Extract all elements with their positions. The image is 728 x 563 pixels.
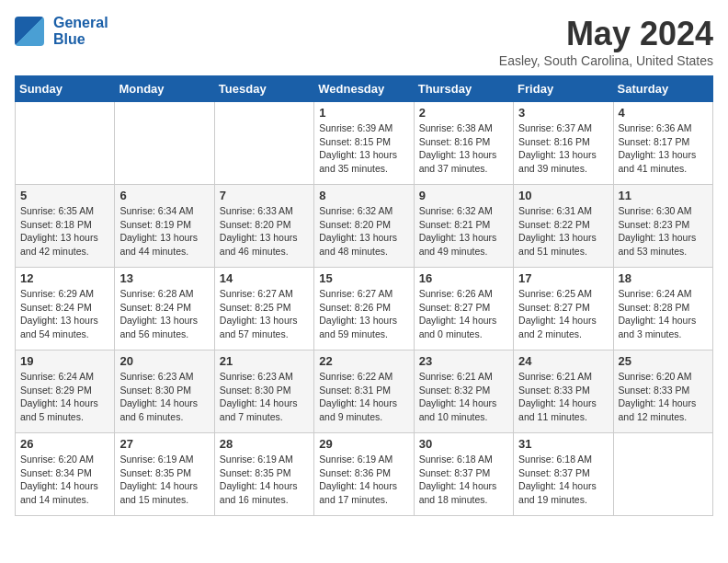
calendar-cell: 11Sunrise: 6:30 AMSunset: 8:23 PMDayligh… bbox=[613, 185, 712, 268]
page-header: G General Blue May 2024 Easley, South Ca… bbox=[15, 15, 713, 68]
calendar-cell: 30Sunrise: 6:18 AMSunset: 8:37 PMDayligh… bbox=[414, 433, 513, 516]
calendar-week-0: 1Sunrise: 6:39 AMSunset: 8:15 PMDaylight… bbox=[16, 102, 713, 185]
cell-content: Sunrise: 6:21 AMSunset: 8:32 PMDaylight:… bbox=[419, 370, 508, 424]
cell-content: Sunrise: 6:22 AMSunset: 8:31 PMDaylight:… bbox=[319, 370, 408, 424]
calendar-header: SundayMondayTuesdayWednesdayThursdayFrid… bbox=[16, 76, 713, 102]
calendar-cell: 27Sunrise: 6:19 AMSunset: 8:35 PMDayligh… bbox=[115, 433, 214, 516]
day-number: 28 bbox=[220, 437, 309, 451]
day-number: 8 bbox=[319, 189, 408, 202]
header-day-sunday: Sunday bbox=[16, 76, 115, 102]
calendar-cell: 13Sunrise: 6:28 AMSunset: 8:24 PMDayligh… bbox=[115, 268, 214, 350]
calendar-cell: 15Sunrise: 6:27 AMSunset: 8:26 PMDayligh… bbox=[314, 268, 414, 350]
cell-content: Sunrise: 6:24 AMSunset: 8:28 PMDaylight:… bbox=[619, 287, 708, 341]
cell-content: Sunrise: 6:19 AMSunset: 8:35 PMDaylight:… bbox=[220, 453, 309, 507]
cell-content: Sunrise: 6:27 AMSunset: 8:26 PMDaylight:… bbox=[319, 287, 408, 341]
calendar-cell bbox=[214, 102, 313, 185]
day-number: 13 bbox=[119, 271, 209, 285]
day-number: 1 bbox=[319, 106, 408, 120]
calendar-week-1: 5Sunrise: 6:35 AMSunset: 8:18 PMDaylight… bbox=[16, 185, 713, 268]
calendar-cell bbox=[613, 433, 712, 516]
cell-content: Sunrise: 6:39 AMSunset: 8:15 PMDaylight:… bbox=[319, 121, 408, 176]
cell-content: Sunrise: 6:34 AMSunset: 8:19 PMDaylight:… bbox=[119, 204, 209, 259]
day-number: 4 bbox=[619, 106, 708, 120]
cell-content: Sunrise: 6:31 AMSunset: 8:22 PMDaylight:… bbox=[518, 204, 608, 259]
header-day-thursday: Thursday bbox=[414, 76, 513, 102]
cell-content: Sunrise: 6:20 AMSunset: 8:34 PMDaylight:… bbox=[20, 453, 109, 507]
day-number: 7 bbox=[220, 189, 309, 202]
header-day-saturday: Saturday bbox=[613, 76, 712, 102]
day-number: 15 bbox=[319, 271, 408, 285]
cell-content: Sunrise: 6:30 AMSunset: 8:23 PMDaylight:… bbox=[619, 204, 708, 259]
header-day-wednesday: Wednesday bbox=[314, 76, 414, 102]
calendar-cell: 22Sunrise: 6:22 AMSunset: 8:31 PMDayligh… bbox=[314, 350, 414, 433]
day-number: 16 bbox=[419, 271, 508, 285]
cell-content: Sunrise: 6:20 AMSunset: 8:33 PMDaylight:… bbox=[619, 370, 708, 424]
cell-content: Sunrise: 6:23 AMSunset: 8:30 PMDaylight:… bbox=[220, 370, 309, 424]
calendar-week-2: 12Sunrise: 6:29 AMSunset: 8:24 PMDayligh… bbox=[16, 268, 713, 350]
day-number: 11 bbox=[619, 189, 708, 202]
title-block: May 2024 Easley, South Carolina, United … bbox=[499, 15, 713, 68]
calendar-cell: 28Sunrise: 6:19 AMSunset: 8:35 PMDayligh… bbox=[214, 433, 313, 516]
cell-content: Sunrise: 6:21 AMSunset: 8:33 PMDaylight:… bbox=[518, 370, 608, 424]
calendar-cell: 26Sunrise: 6:20 AMSunset: 8:34 PMDayligh… bbox=[16, 433, 115, 516]
day-number: 6 bbox=[119, 189, 209, 202]
cell-content: Sunrise: 6:25 AMSunset: 8:27 PMDaylight:… bbox=[518, 287, 608, 341]
calendar-cell: 20Sunrise: 6:23 AMSunset: 8:30 PMDayligh… bbox=[115, 350, 214, 433]
day-number: 21 bbox=[220, 354, 309, 368]
calendar-cell: 25Sunrise: 6:20 AMSunset: 8:33 PMDayligh… bbox=[613, 350, 712, 433]
day-number: 17 bbox=[518, 271, 608, 285]
cell-content: Sunrise: 6:27 AMSunset: 8:25 PMDaylight:… bbox=[220, 287, 309, 341]
header-day-monday: Monday bbox=[115, 76, 214, 102]
calendar-cell: 4Sunrise: 6:36 AMSunset: 8:17 PMDaylight… bbox=[613, 102, 712, 185]
calendar-cell: 29Sunrise: 6:19 AMSunset: 8:36 PMDayligh… bbox=[314, 433, 414, 516]
calendar-cell: 1Sunrise: 6:39 AMSunset: 8:15 PMDaylight… bbox=[314, 102, 414, 185]
header-row: SundayMondayTuesdayWednesdayThursdayFrid… bbox=[16, 76, 713, 102]
day-number: 14 bbox=[220, 271, 309, 285]
day-number: 2 bbox=[419, 106, 508, 120]
calendar-cell bbox=[115, 102, 214, 185]
day-number: 18 bbox=[619, 271, 708, 285]
calendar-cell: 8Sunrise: 6:32 AMSunset: 8:20 PMDaylight… bbox=[314, 185, 414, 268]
cell-content: Sunrise: 6:28 AMSunset: 8:24 PMDaylight:… bbox=[119, 287, 209, 341]
location: Easley, South Carolina, United States bbox=[499, 53, 713, 68]
cell-content: Sunrise: 6:32 AMSunset: 8:20 PMDaylight:… bbox=[319, 204, 408, 259]
calendar-cell: 9Sunrise: 6:32 AMSunset: 8:21 PMDaylight… bbox=[414, 185, 513, 268]
logo-text: General Blue bbox=[53, 15, 108, 47]
day-number: 20 bbox=[119, 354, 209, 368]
day-number: 22 bbox=[319, 354, 408, 368]
calendar-cell: 10Sunrise: 6:31 AMSunset: 8:22 PMDayligh… bbox=[514, 185, 613, 268]
day-number: 25 bbox=[619, 354, 708, 368]
cell-content: Sunrise: 6:38 AMSunset: 8:16 PMDaylight:… bbox=[419, 121, 508, 176]
calendar-cell: 2Sunrise: 6:38 AMSunset: 8:16 PMDaylight… bbox=[414, 102, 513, 185]
calendar-week-3: 19Sunrise: 6:24 AMSunset: 8:29 PMDayligh… bbox=[16, 350, 713, 433]
calendar-cell: 12Sunrise: 6:29 AMSunset: 8:24 PMDayligh… bbox=[16, 268, 115, 350]
calendar-cell: 5Sunrise: 6:35 AMSunset: 8:18 PMDaylight… bbox=[16, 185, 115, 268]
day-number: 9 bbox=[419, 189, 508, 202]
header-day-friday: Friday bbox=[514, 76, 613, 102]
cell-content: Sunrise: 6:37 AMSunset: 8:16 PMDaylight:… bbox=[518, 121, 608, 176]
logo-line1: General bbox=[53, 15, 108, 30]
calendar-week-4: 26Sunrise: 6:20 AMSunset: 8:34 PMDayligh… bbox=[16, 433, 713, 516]
day-number: 19 bbox=[20, 354, 109, 368]
calendar-cell: 24Sunrise: 6:21 AMSunset: 8:33 PMDayligh… bbox=[514, 350, 613, 433]
day-number: 12 bbox=[20, 271, 109, 285]
day-number: 5 bbox=[20, 189, 109, 202]
logo: G General Blue bbox=[15, 15, 108, 47]
cell-content: Sunrise: 6:35 AMSunset: 8:18 PMDaylight:… bbox=[20, 204, 109, 259]
cell-content: Sunrise: 6:32 AMSunset: 8:21 PMDaylight:… bbox=[419, 204, 508, 259]
calendar-cell: 14Sunrise: 6:27 AMSunset: 8:25 PMDayligh… bbox=[214, 268, 313, 350]
calendar-cell: 3Sunrise: 6:37 AMSunset: 8:16 PMDaylight… bbox=[514, 102, 613, 185]
calendar-cell: 16Sunrise: 6:26 AMSunset: 8:27 PMDayligh… bbox=[414, 268, 513, 350]
calendar-table: SundayMondayTuesdayWednesdayThursdayFrid… bbox=[15, 75, 713, 516]
cell-content: Sunrise: 6:19 AMSunset: 8:36 PMDaylight:… bbox=[319, 453, 408, 507]
cell-content: Sunrise: 6:26 AMSunset: 8:27 PMDaylight:… bbox=[419, 287, 508, 341]
cell-content: Sunrise: 6:33 AMSunset: 8:20 PMDaylight:… bbox=[220, 204, 309, 259]
day-number: 3 bbox=[518, 106, 608, 120]
header-day-tuesday: Tuesday bbox=[214, 76, 313, 102]
day-number: 29 bbox=[319, 437, 408, 451]
cell-content: Sunrise: 6:29 AMSunset: 8:24 PMDaylight:… bbox=[20, 287, 109, 341]
calendar-cell: 19Sunrise: 6:24 AMSunset: 8:29 PMDayligh… bbox=[16, 350, 115, 433]
calendar-cell: 31Sunrise: 6:18 AMSunset: 8:37 PMDayligh… bbox=[514, 433, 613, 516]
cell-content: Sunrise: 6:18 AMSunset: 8:37 PMDaylight:… bbox=[518, 453, 608, 507]
logo-line2: Blue bbox=[53, 31, 85, 47]
